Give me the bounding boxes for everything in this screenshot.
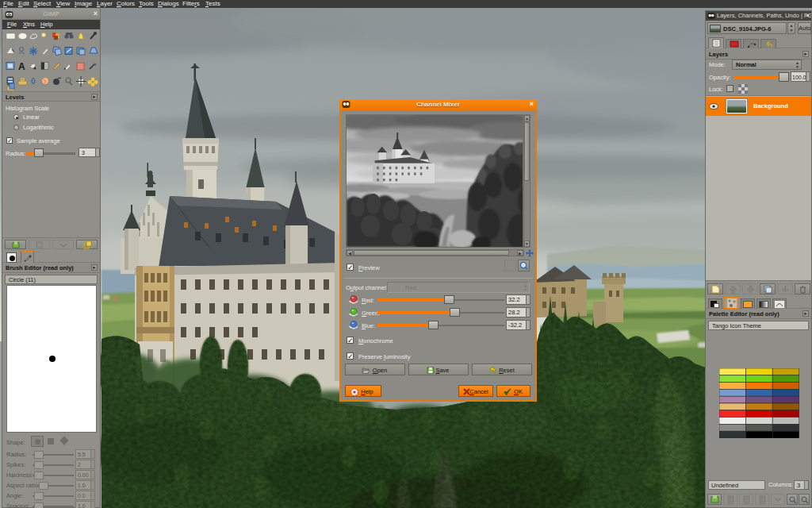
svg-text:A: A [18,61,25,72]
